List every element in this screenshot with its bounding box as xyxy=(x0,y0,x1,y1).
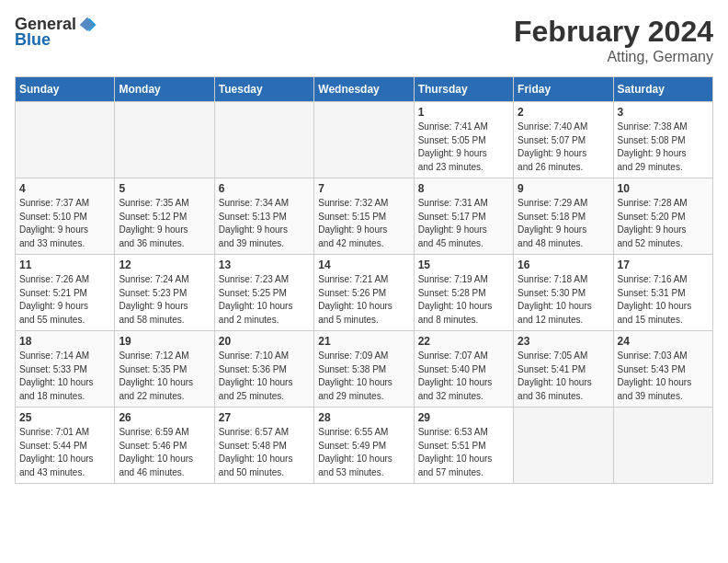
logo-icon xyxy=(78,16,97,34)
day-number: 10 xyxy=(618,182,709,195)
day-info: Sunrise: 7:28 AMSunset: 5:20 PMDaylight:… xyxy=(618,197,709,250)
day-number: 27 xyxy=(219,411,310,424)
calendar-cell: 21Sunrise: 7:09 AMSunset: 5:38 PMDayligh… xyxy=(314,331,414,408)
calendar-subtitle: Atting, Germany xyxy=(514,49,713,65)
logo: General Blue xyxy=(15,15,97,50)
day-info: Sunrise: 7:07 AMSunset: 5:40 PMDaylight:… xyxy=(418,350,509,403)
day-number: 16 xyxy=(518,259,609,271)
day-info: Sunrise: 7:03 AMSunset: 5:43 PMDaylight:… xyxy=(618,350,709,403)
day-of-week-header: Wednesday xyxy=(314,77,414,102)
calendar-cell: 8Sunrise: 7:31 AMSunset: 5:17 PMDaylight… xyxy=(414,178,513,255)
day-of-week-header: Thursday xyxy=(414,77,513,102)
day-number: 19 xyxy=(119,335,210,348)
day-info: Sunrise: 7:10 AMSunset: 5:36 PMDaylight:… xyxy=(219,350,310,403)
calendar-cell: 14Sunrise: 7:21 AMSunset: 5:26 PMDayligh… xyxy=(314,255,414,331)
day-info: Sunrise: 7:14 AMSunset: 5:33 PMDaylight:… xyxy=(19,350,110,403)
calendar-cell: 15Sunrise: 7:19 AMSunset: 5:28 PMDayligh… xyxy=(414,255,513,331)
logo-blue-text: Blue xyxy=(15,30,51,50)
day-info: Sunrise: 7:18 AMSunset: 5:30 PMDaylight:… xyxy=(518,273,609,327)
day-number: 29 xyxy=(418,411,509,424)
calendar-cell xyxy=(16,102,115,178)
calendar-cell: 25Sunrise: 7:01 AMSunset: 5:44 PMDayligh… xyxy=(16,408,115,484)
day-info: Sunrise: 7:37 AMSunset: 5:10 PMDaylight:… xyxy=(19,197,110,250)
calendar-cell: 24Sunrise: 7:03 AMSunset: 5:43 PMDayligh… xyxy=(613,331,712,408)
calendar-cell: 22Sunrise: 7:07 AMSunset: 5:40 PMDayligh… xyxy=(414,331,513,408)
calendar-cell: 28Sunrise: 6:55 AMSunset: 5:49 PMDayligh… xyxy=(314,408,414,484)
page-header: General Blue February 2024 Atting, Germa… xyxy=(15,15,713,65)
day-info: Sunrise: 7:40 AMSunset: 5:07 PMDaylight:… xyxy=(518,121,609,174)
calendar-cell: 16Sunrise: 7:18 AMSunset: 5:30 PMDayligh… xyxy=(514,255,613,331)
calendar-cell xyxy=(115,102,214,178)
calendar-cell: 4Sunrise: 7:37 AMSunset: 5:10 PMDaylight… xyxy=(16,178,115,255)
day-info: Sunrise: 7:29 AMSunset: 5:18 PMDaylight:… xyxy=(518,197,609,250)
day-info: Sunrise: 7:26 AMSunset: 5:21 PMDaylight:… xyxy=(19,273,110,327)
calendar-cell: 17Sunrise: 7:16 AMSunset: 5:31 PMDayligh… xyxy=(613,255,712,331)
calendar-cell: 19Sunrise: 7:12 AMSunset: 5:35 PMDayligh… xyxy=(115,331,214,408)
day-number: 28 xyxy=(318,411,409,424)
day-info: Sunrise: 7:05 AMSunset: 5:41 PMDaylight:… xyxy=(518,350,609,403)
calendar-week-row: 25Sunrise: 7:01 AMSunset: 5:44 PMDayligh… xyxy=(16,408,713,484)
day-number: 2 xyxy=(518,106,609,119)
calendar-week-row: 18Sunrise: 7:14 AMSunset: 5:33 PMDayligh… xyxy=(16,331,713,408)
day-number: 8 xyxy=(418,182,509,195)
calendar-cell xyxy=(514,408,613,484)
calendar-week-row: 4Sunrise: 7:37 AMSunset: 5:10 PMDaylight… xyxy=(16,178,713,255)
calendar-cell: 18Sunrise: 7:14 AMSunset: 5:33 PMDayligh… xyxy=(16,331,115,408)
day-number: 12 xyxy=(119,259,210,271)
day-info: Sunrise: 7:38 AMSunset: 5:08 PMDaylight:… xyxy=(618,121,709,174)
calendar-cell: 6Sunrise: 7:34 AMSunset: 5:13 PMDaylight… xyxy=(214,178,313,255)
day-info: Sunrise: 7:35 AMSunset: 5:12 PMDaylight:… xyxy=(119,197,210,250)
day-info: Sunrise: 7:16 AMSunset: 5:31 PMDaylight:… xyxy=(618,273,709,327)
day-of-week-header: Saturday xyxy=(613,77,712,102)
calendar-cell: 26Sunrise: 6:59 AMSunset: 5:46 PMDayligh… xyxy=(115,408,214,484)
day-info: Sunrise: 6:55 AMSunset: 5:49 PMDaylight:… xyxy=(318,426,409,479)
calendar-cell: 2Sunrise: 7:40 AMSunset: 5:07 PMDaylight… xyxy=(514,102,613,178)
day-number: 5 xyxy=(119,182,210,195)
day-info: Sunrise: 7:21 AMSunset: 5:26 PMDaylight:… xyxy=(318,273,409,327)
day-number: 23 xyxy=(518,335,609,348)
calendar-cell: 27Sunrise: 6:57 AMSunset: 5:48 PMDayligh… xyxy=(214,408,313,484)
day-number: 13 xyxy=(219,259,310,271)
day-number: 11 xyxy=(19,259,110,271)
calendar-cell: 29Sunrise: 6:53 AMSunset: 5:51 PMDayligh… xyxy=(414,408,513,484)
calendar-cell: 7Sunrise: 7:32 AMSunset: 5:15 PMDaylight… xyxy=(314,178,414,255)
calendar-cell: 13Sunrise: 7:23 AMSunset: 5:25 PMDayligh… xyxy=(214,255,313,331)
day-number: 20 xyxy=(219,335,310,348)
day-of-week-header: Friday xyxy=(514,77,613,102)
day-info: Sunrise: 7:09 AMSunset: 5:38 PMDaylight:… xyxy=(318,350,409,403)
day-number: 1 xyxy=(418,106,509,119)
calendar-cell: 5Sunrise: 7:35 AMSunset: 5:12 PMDaylight… xyxy=(115,178,214,255)
day-number: 25 xyxy=(19,411,110,424)
day-number: 26 xyxy=(119,411,210,424)
day-of-week-header: Tuesday xyxy=(214,77,313,102)
calendar-cell: 23Sunrise: 7:05 AMSunset: 5:41 PMDayligh… xyxy=(514,331,613,408)
day-number: 7 xyxy=(318,182,409,195)
day-info: Sunrise: 6:59 AMSunset: 5:46 PMDaylight:… xyxy=(119,426,210,479)
day-info: Sunrise: 7:12 AMSunset: 5:35 PMDaylight:… xyxy=(119,350,210,403)
day-info: Sunrise: 7:32 AMSunset: 5:15 PMDaylight:… xyxy=(318,197,409,250)
day-number: 9 xyxy=(518,182,609,195)
day-number: 15 xyxy=(418,259,509,271)
calendar-table: SundayMondayTuesdayWednesdayThursdayFrid… xyxy=(15,76,713,484)
calendar-cell: 11Sunrise: 7:26 AMSunset: 5:21 PMDayligh… xyxy=(16,255,115,331)
day-info: Sunrise: 6:53 AMSunset: 5:51 PMDaylight:… xyxy=(418,426,509,479)
day-number: 18 xyxy=(19,335,110,348)
day-number: 3 xyxy=(618,106,709,119)
day-of-week-header: Sunday xyxy=(16,77,115,102)
day-number: 14 xyxy=(318,259,409,271)
calendar-cell xyxy=(314,102,414,178)
day-info: Sunrise: 7:31 AMSunset: 5:17 PMDaylight:… xyxy=(418,197,509,250)
day-number: 21 xyxy=(318,335,409,348)
calendar-cell: 10Sunrise: 7:28 AMSunset: 5:20 PMDayligh… xyxy=(613,178,712,255)
calendar-week-row: 1Sunrise: 7:41 AMSunset: 5:05 PMDaylight… xyxy=(16,102,713,178)
calendar-cell: 1Sunrise: 7:41 AMSunset: 5:05 PMDaylight… xyxy=(414,102,513,178)
day-info: Sunrise: 7:41 AMSunset: 5:05 PMDaylight:… xyxy=(418,121,509,174)
title-block: February 2024 Atting, Germany xyxy=(514,15,713,65)
calendar-cell: 12Sunrise: 7:24 AMSunset: 5:23 PMDayligh… xyxy=(115,255,214,331)
day-info: Sunrise: 6:57 AMSunset: 5:48 PMDaylight:… xyxy=(219,426,310,479)
day-info: Sunrise: 7:34 AMSunset: 5:13 PMDaylight:… xyxy=(219,197,310,250)
calendar-header-row: SundayMondayTuesdayWednesdayThursdayFrid… xyxy=(16,77,713,102)
day-number: 17 xyxy=(618,259,709,271)
day-info: Sunrise: 7:01 AMSunset: 5:44 PMDaylight:… xyxy=(19,426,110,479)
day-of-week-header: Monday xyxy=(115,77,214,102)
